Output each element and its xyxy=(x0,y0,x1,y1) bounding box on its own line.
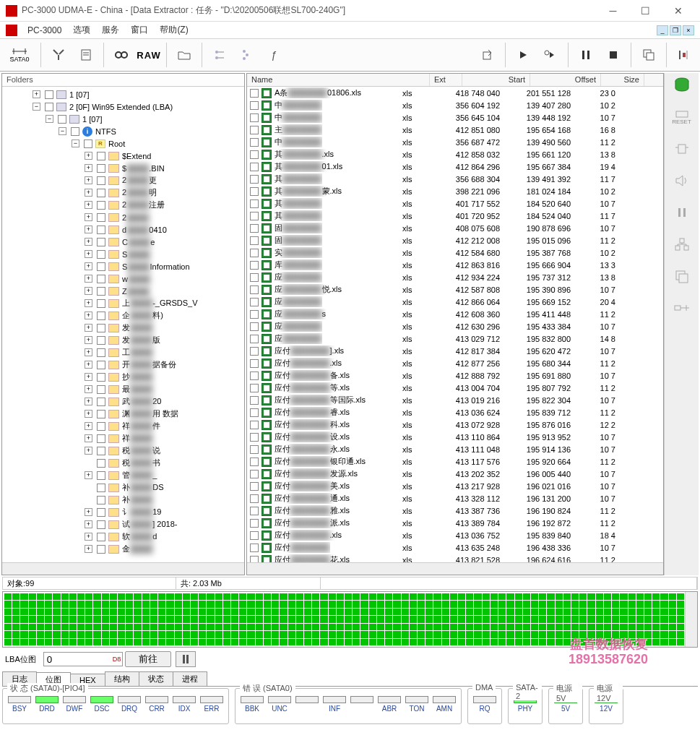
tree-checkbox[interactable] xyxy=(97,520,105,529)
table-row[interactable]: 应付███████花.xlsxls413 821 528196 624 6161… xyxy=(247,554,663,562)
row-checkbox[interactable] xyxy=(250,187,259,196)
row-checkbox[interactable] xyxy=(250,89,259,98)
tree-checkbox[interactable] xyxy=(97,508,105,517)
tree-expand-button[interactable] xyxy=(234,42,260,68)
row-checkbox[interactable] xyxy=(250,531,259,540)
tree-checkbox[interactable] xyxy=(45,90,53,99)
connector-icon[interactable] xyxy=(671,298,693,317)
tree-checkbox[interactable] xyxy=(97,299,105,308)
tree-checkbox[interactable] xyxy=(97,459,105,468)
table-row[interactable]: 应███████sxls412 608 360195 411 44811 2 xyxy=(247,308,663,320)
tree-checkbox[interactable] xyxy=(58,115,66,124)
tree-row[interactable]: +发████版 xyxy=(4,334,243,346)
row-checkbox[interactable] xyxy=(250,494,259,503)
tree-row[interactable]: +上████-_GRSDS_V xyxy=(4,297,243,309)
expand-icon[interactable]: + xyxy=(85,533,92,541)
table-row[interactable]: 应付███████.xlsxls412 877 256195 680 34411… xyxy=(247,357,663,369)
stop-button[interactable] xyxy=(600,42,626,68)
tree-checkbox[interactable] xyxy=(97,176,105,185)
tree-checkbox[interactable] xyxy=(97,213,105,222)
expand-icon[interactable]: + xyxy=(85,152,92,160)
lba-go-button[interactable]: 前往 xyxy=(125,651,171,667)
table-row[interactable]: 应███████xls413 029 712195 832 80014 8 xyxy=(247,332,663,345)
tree-checkbox[interactable] xyxy=(97,225,105,234)
tree-checkbox[interactable] xyxy=(97,545,105,554)
tree-row[interactable]: +讠████19 xyxy=(4,506,243,518)
table-row[interactable]: 其███████xls356 688 304139 491 39211 7 xyxy=(247,173,663,185)
tree-row[interactable]: +S████ xyxy=(4,248,243,260)
table-row[interactable]: 主███████xls412 851 080195 654 16816 8 xyxy=(247,124,663,136)
sound-icon[interactable] xyxy=(671,171,693,190)
row-checkbox[interactable] xyxy=(250,236,259,245)
table-row[interactable]: 其███████蒙.xlsxls398 221 096181 024 18410… xyxy=(247,185,663,197)
row-checkbox[interactable] xyxy=(250,421,259,429)
tree-row[interactable]: +企████料) xyxy=(4,309,243,322)
tree-row[interactable]: +软████d xyxy=(4,531,243,543)
row-checkbox[interactable] xyxy=(250,113,259,122)
table-row[interactable]: 实███████xls412 584 680195 387 76810 2 xyxy=(247,246,663,259)
maximize-button[interactable]: ☐ xyxy=(629,1,662,21)
lba-pause-button[interactable] xyxy=(176,651,196,667)
table-row[interactable]: 其███████xls401 720 952184 524 04011 7 xyxy=(247,210,663,222)
table-row[interactable]: 应付███████发源.xlsxls413 202 352196 005 440… xyxy=(247,468,663,480)
tree-checkbox[interactable] xyxy=(97,312,105,320)
expand-icon[interactable]: + xyxy=(85,385,92,393)
branch-icon[interactable] xyxy=(671,235,693,254)
table-row[interactable]: 其███████01.xlsxls412 864 296195 667 3841… xyxy=(247,160,663,173)
tree-row[interactable]: 税████书 xyxy=(4,457,243,469)
tree-checkbox[interactable] xyxy=(97,385,105,394)
row-checkbox[interactable] xyxy=(250,458,259,466)
copy-button[interactable] xyxy=(636,42,662,68)
menu-service[interactable]: 服务 xyxy=(96,22,125,38)
tree-row[interactable]: +工████ xyxy=(4,346,243,358)
minimize-button[interactable]: ─ xyxy=(597,1,629,21)
tree-checkbox[interactable] xyxy=(97,164,105,173)
play-button[interactable] xyxy=(510,42,536,68)
pause-button[interactable] xyxy=(573,42,599,68)
table-row[interactable]: A条███████01806.xlsxls418 748 040201 551 … xyxy=(247,87,663,99)
row-checkbox[interactable] xyxy=(250,150,259,159)
tree-row[interactable]: +武████20 xyxy=(4,395,243,408)
menu-options[interactable]: 选项 xyxy=(67,22,96,38)
expand-icon[interactable]: + xyxy=(85,373,92,381)
tree-checkbox[interactable] xyxy=(97,373,105,382)
row-checkbox[interactable] xyxy=(250,298,259,306)
tree-row[interactable]: +最████ xyxy=(4,383,243,395)
tree-checkbox[interactable] xyxy=(97,348,105,357)
tree-row[interactable]: +2████更 xyxy=(4,174,243,186)
tree-checkbox[interactable] xyxy=(97,275,105,283)
expand-icon[interactable]: + xyxy=(85,434,92,442)
row-checkbox[interactable] xyxy=(250,199,259,208)
menu-help[interactable]: 帮助(Z) xyxy=(154,22,194,38)
tree-row[interactable]: +C████e xyxy=(4,236,243,248)
table-row[interactable]: 应付███████xls413 635 248196 438 33610 7 xyxy=(247,541,663,554)
expand-icon[interactable]: + xyxy=(85,520,92,528)
expand-icon[interactable]: + xyxy=(33,90,40,98)
table-row[interactable]: 应付███████睿.xlsxls413 036 624195 839 7121… xyxy=(247,406,663,418)
tree-checkbox[interactable] xyxy=(97,189,105,197)
row-checkbox[interactable] xyxy=(250,126,259,134)
row-checkbox[interactable] xyxy=(250,310,259,319)
tree-collapse-button[interactable] xyxy=(207,42,233,68)
tree-checkbox[interactable] xyxy=(97,201,105,210)
table-row[interactable]: 应███████xls412 866 064195 669 15220 4 xyxy=(247,296,663,308)
tab-结构[interactable]: 结构 xyxy=(105,671,139,686)
tree-row[interactable]: +w████ xyxy=(4,272,243,285)
tab-状态[interactable]: 状态 xyxy=(139,671,173,686)
expand-icon[interactable]: + xyxy=(85,213,92,221)
tree-checkbox[interactable] xyxy=(97,484,105,492)
tree-row[interactable]: +S████Information xyxy=(4,260,243,272)
expand-icon[interactable]: + xyxy=(85,410,92,418)
row-checkbox[interactable] xyxy=(250,212,259,220)
tree-row[interactable]: +税████说 xyxy=(4,444,243,457)
tree-row[interactable]: +$Extend xyxy=(4,150,243,162)
table-row[interactable]: 应付███████].xlsxls412 817 384195 620 4721… xyxy=(247,345,663,357)
menu-pc3000[interactable]: PC-3000 xyxy=(22,24,67,37)
reset-button[interactable]: RESET xyxy=(671,108,693,126)
tree-checkbox[interactable] xyxy=(97,238,105,246)
col-size[interactable]: Size xyxy=(601,74,644,86)
table-row[interactable]: 应付███████美.xlsxls413 217 928196 021 0161… xyxy=(247,480,663,492)
tree-checkbox[interactable] xyxy=(97,152,105,160)
lbamap-scrollbar[interactable] xyxy=(685,592,697,647)
expand-icon[interactable]: − xyxy=(33,103,40,111)
